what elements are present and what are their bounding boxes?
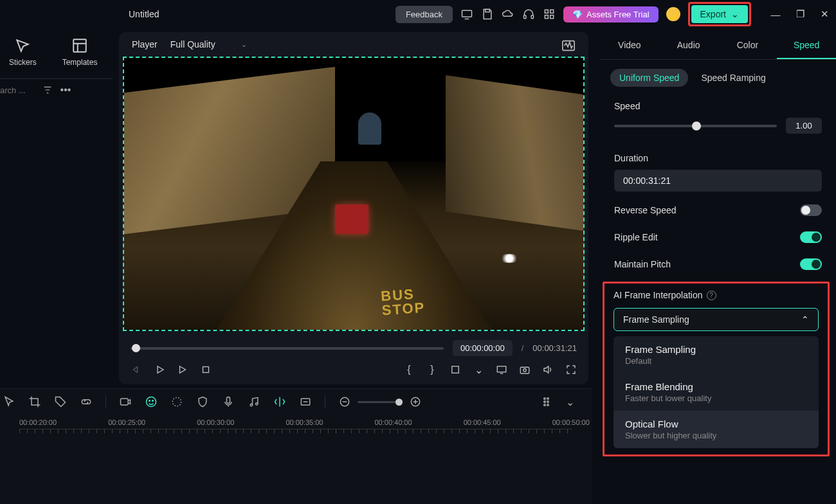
- screen-icon[interactable]: [460, 8, 473, 21]
- ripple-edit-label: Ripple Edit: [614, 232, 658, 242]
- left-sidebar: Stickers Templates •••: [0, 28, 113, 388]
- ripple-edit-toggle[interactable]: [800, 231, 822, 243]
- next-frame-button[interactable]: [177, 364, 188, 375]
- zoom-out-button[interactable]: [338, 395, 351, 408]
- display-icon[interactable]: [496, 364, 507, 375]
- speed-slider[interactable]: [614, 125, 777, 127]
- prev-frame-button[interactable]: [131, 364, 142, 375]
- pointer-tool-icon[interactable]: [3, 395, 15, 408]
- more-icon[interactable]: •••: [60, 84, 71, 96]
- interpolation-options: Frame Sampling Default Frame Blending Fa…: [613, 336, 819, 448]
- project-title: Untitled: [129, 9, 159, 19]
- shield-tool-icon[interactable]: [196, 395, 209, 408]
- mark-in-button[interactable]: {: [403, 364, 415, 375]
- video-preview[interactable]: BUS STOP: [123, 57, 585, 331]
- zoom-slider[interactable]: [358, 401, 403, 403]
- search-input[interactable]: [0, 86, 35, 95]
- properties-panel: Video Audio Color Speed Uniform Speed Sp…: [595, 28, 836, 388]
- maintain-pitch-label: Maintain Pitch: [614, 259, 671, 269]
- tab-audio[interactable]: Audio: [659, 32, 718, 59]
- svg-rect-13: [520, 367, 529, 374]
- tab-speed[interactable]: Speed: [777, 32, 836, 59]
- ai-interpolation-label: AI Frame Interpolation: [613, 290, 703, 300]
- svg-point-22: [256, 403, 258, 405]
- total-time: 00:00:31:21: [532, 343, 577, 353]
- face-tool-icon[interactable]: [145, 395, 158, 408]
- quality-dropdown[interactable]: Full Quality ⌄: [170, 39, 247, 50]
- scrub-track[interactable]: [131, 347, 444, 350]
- road-text: BUS STOP: [380, 287, 425, 318]
- music-tool-icon[interactable]: [248, 395, 260, 408]
- crop-tool-icon[interactable]: [28, 395, 41, 408]
- crop-icon[interactable]: [450, 364, 461, 375]
- speed-value[interactable]: 1.00: [786, 118, 822, 134]
- svg-point-28: [544, 401, 546, 403]
- svg-rect-10: [203, 367, 209, 373]
- mic-tool-icon[interactable]: [222, 395, 235, 408]
- interpolation-select[interactable]: Frame Sampling ⌃: [613, 308, 819, 331]
- help-icon[interactable]: ?: [707, 291, 716, 300]
- frame-tool-icon[interactable]: [299, 395, 312, 408]
- uniform-speed-mode[interactable]: Uniform Speed: [610, 69, 688, 87]
- stickers-tab[interactable]: Stickers: [9, 37, 37, 67]
- gem-icon: 💎: [572, 10, 583, 19]
- snapshot-icon[interactable]: [519, 364, 531, 375]
- svg-rect-6: [545, 15, 548, 19]
- svg-rect-12: [497, 366, 506, 372]
- split-tool-icon[interactable]: [273, 395, 286, 408]
- templates-tab[interactable]: Templates: [62, 37, 98, 67]
- feedback-button[interactable]: Feedback: [395, 6, 453, 23]
- play-button[interactable]: [154, 364, 165, 375]
- headphones-icon[interactable]: [522, 8, 535, 21]
- svg-point-29: [547, 401, 549, 403]
- svg-point-30: [544, 404, 546, 406]
- timeline-ticks[interactable]: [19, 429, 572, 438]
- top-bar: Untitled Feedback 💎 Assets Free Trial 🌙 …: [0, 0, 836, 28]
- grid-view-icon[interactable]: [541, 395, 554, 408]
- stickers-icon: [14, 37, 31, 54]
- svg-point-26: [544, 398, 546, 400]
- reverse-speed-label: Reverse Speed: [614, 205, 677, 215]
- templates-icon: [71, 37, 88, 54]
- svg-rect-7: [550, 15, 554, 19]
- zoom-in-button[interactable]: [409, 395, 422, 408]
- link-tool-icon[interactable]: [80, 395, 93, 408]
- option-frame-blending[interactable]: Frame Blending Faster but lower quality: [613, 374, 819, 411]
- speed-ramping-mode[interactable]: Speed Ramping: [701, 73, 765, 83]
- fullscreen-icon[interactable]: [565, 364, 577, 375]
- mark-out-button[interactable]: }: [426, 364, 438, 375]
- theme-icon[interactable]: 🌙: [666, 7, 680, 21]
- waveform-icon[interactable]: [561, 39, 576, 50]
- tag-tool-icon[interactable]: [54, 395, 67, 408]
- export-button[interactable]: Export ⌄: [691, 5, 748, 23]
- svg-rect-1: [486, 10, 490, 12]
- speed-label: Speed: [614, 101, 822, 111]
- chevron-down-icon[interactable]: ⌄: [473, 364, 484, 375]
- preview-panel: Player Full Quality ⌄ BUS STOP 00:00:: [119, 32, 588, 384]
- option-frame-sampling[interactable]: Frame Sampling Default: [613, 336, 819, 374]
- tab-video[interactable]: Video: [600, 32, 659, 59]
- svg-point-18: [152, 401, 154, 402]
- chevron-down-icon[interactable]: ⌄: [563, 395, 576, 408]
- record-tool-icon[interactable]: [119, 395, 132, 408]
- save-icon[interactable]: [481, 8, 494, 21]
- option-optical-flow[interactable]: Optical Flow Slower but higher quality: [613, 411, 819, 448]
- stop-button[interactable]: [200, 364, 212, 375]
- duration-input[interactable]: [614, 170, 822, 192]
- svg-point-21: [250, 404, 252, 406]
- current-time: 00:00:00:00: [453, 340, 513, 356]
- close-button[interactable]: ✕: [819, 9, 830, 19]
- reverse-speed-toggle[interactable]: [800, 204, 822, 216]
- tab-color[interactable]: Color: [718, 32, 777, 59]
- cloud-icon[interactable]: [502, 8, 514, 21]
- grid-icon[interactable]: [543, 8, 556, 21]
- assets-trial-button[interactable]: 💎 Assets Free Trial: [563, 6, 659, 22]
- adjust-tool-icon[interactable]: [170, 395, 183, 408]
- timeline-ruler: 00:00:20:00 00:00:25:00 00:00:30:00 00:0…: [0, 415, 592, 426]
- volume-icon[interactable]: [542, 364, 554, 375]
- maximize-button[interactable]: ❐: [795, 9, 805, 19]
- chevron-down-icon: ⌄: [241, 40, 247, 49]
- filter-icon[interactable]: [42, 84, 53, 96]
- maintain-pitch-toggle[interactable]: [800, 258, 822, 270]
- minimize-button[interactable]: —: [770, 9, 781, 19]
